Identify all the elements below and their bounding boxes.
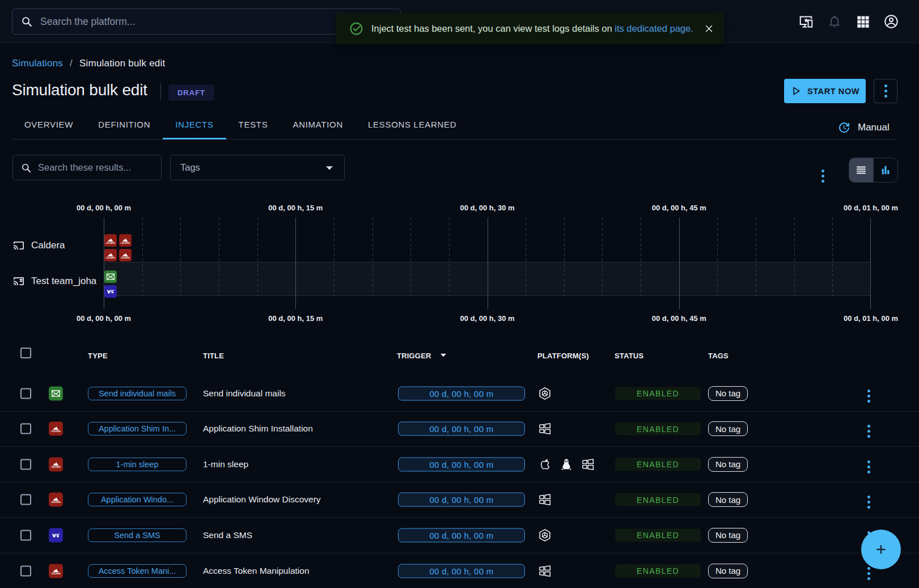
row-checkbox[interactable] xyxy=(20,388,31,399)
tab-injects[interactable]: INJECTS xyxy=(163,111,226,137)
row-checkbox[interactable] xyxy=(20,459,31,469)
caldera-icon xyxy=(105,249,116,261)
trigger-chip: 00 d, 00 h, 00 m xyxy=(398,422,525,436)
row-menu-button[interactable] xyxy=(867,420,870,438)
trigger-chip: 00 d, 00 h, 00 m xyxy=(398,457,525,471)
column-header-status[interactable]: STATUS xyxy=(615,352,643,360)
timeline-gridline-minor xyxy=(142,218,143,296)
row-checkbox[interactable] xyxy=(20,424,31,434)
timeline-tick-label: 00 d, 00 h, 15 m xyxy=(268,314,323,323)
apps-button[interactable] xyxy=(855,14,871,29)
view-mode-toggle xyxy=(849,158,898,183)
trigger-chip: 00 d, 00 h, 00 m xyxy=(398,528,525,542)
status-chip: ENABLED xyxy=(615,528,701,542)
inject-title: 1-min sleep xyxy=(203,459,248,469)
tags-select-label: Tags xyxy=(180,162,323,173)
timeline-gridline-minor xyxy=(334,218,334,296)
inject-row[interactable]: Send individual mails Send individual ma… xyxy=(0,376,919,412)
inject-type-chip: 1-min sleep xyxy=(88,458,187,471)
inject-title: Application Shim Installation xyxy=(203,424,313,434)
linux-icon xyxy=(559,457,574,472)
row-checkbox[interactable] xyxy=(20,530,31,540)
timeline-inject-sms[interactable] xyxy=(104,285,117,298)
inject-type-icon xyxy=(49,386,63,400)
caldera-icon xyxy=(50,458,62,470)
tab-lessons-learned[interactable]: LESSONS LEARNED xyxy=(355,111,469,137)
timeline-row-label-team: Test team_joha xyxy=(12,274,104,288)
kebab-icon xyxy=(821,170,824,183)
timeline-team-injects xyxy=(104,270,117,298)
row-menu-button[interactable] xyxy=(867,490,870,509)
tab-tests[interactable]: TESTS xyxy=(226,111,281,137)
tag-chip: No tag xyxy=(708,421,748,436)
update-mode[interactable]: Manual xyxy=(837,121,890,134)
list-view-button[interactable] xyxy=(849,158,873,182)
toast-link[interactable]: its dedicated page. xyxy=(615,23,693,33)
account-button[interactable] xyxy=(883,14,899,29)
timeline-tick-label: 00 d, 00 h, 45 m xyxy=(652,314,706,323)
platform-icons xyxy=(537,564,552,578)
timeline-gridline-major xyxy=(488,218,488,309)
row-checkbox[interactable] xyxy=(20,565,31,576)
row-menu-button[interactable] xyxy=(867,384,870,403)
column-header-trigger[interactable]: TRIGGER xyxy=(397,352,431,360)
timeline-gridline-minor xyxy=(717,218,718,296)
platform-search-placeholder: Search the platform... xyxy=(40,16,135,28)
column-header-tags[interactable]: TAGS xyxy=(708,352,729,360)
bell-icon xyxy=(827,14,842,29)
column-header-title[interactable]: TITLE xyxy=(203,352,224,360)
timeline-inject-caldera[interactable] xyxy=(119,249,132,261)
column-header-type[interactable]: TYPE xyxy=(88,352,108,360)
inject-row[interactable]: Application Shim In... Application Shim … xyxy=(0,412,919,447)
tag-chip: No tag xyxy=(708,528,748,543)
windows-icon xyxy=(581,457,595,472)
cast-icon xyxy=(12,239,26,252)
tab-animation[interactable]: ANIMATION xyxy=(280,111,355,137)
timeline-gridline-minor xyxy=(641,218,641,296)
results-search-input[interactable]: Search these results... xyxy=(12,155,162,180)
row-menu-button[interactable] xyxy=(867,455,870,473)
tags-select[interactable]: Tags xyxy=(170,155,345,180)
tab-overview[interactable]: OVERVIEW xyxy=(12,111,86,137)
timeline-tick-label: 00 d, 00 h, 15 m xyxy=(268,204,323,212)
internal-platform-icon xyxy=(537,528,552,543)
column-header-platforms[interactable]: PLATFORM(S) xyxy=(537,352,589,360)
filters-menu-button[interactable] xyxy=(821,164,824,183)
breadcrumb-simulations-link[interactable]: Simulations xyxy=(12,58,63,69)
chart-view-button[interactable] xyxy=(873,158,897,182)
trigger-chip: 00 d, 00 h, 00 m xyxy=(398,493,525,507)
sort-desc-icon[interactable] xyxy=(438,349,449,361)
inject-row[interactable]: Send a SMS Send a SMS 00 d, 00 h, 00 m E… xyxy=(0,518,919,553)
close-icon[interactable] xyxy=(704,24,714,33)
kebab-icon xyxy=(867,425,870,438)
inject-row[interactable]: Access Token Mani... Access Token Manipu… xyxy=(0,553,919,588)
new-features-button[interactable] xyxy=(798,14,814,29)
start-now-button[interactable]: START NOW xyxy=(784,79,866,103)
select-all-checkbox[interactable] xyxy=(20,348,31,358)
inject-row[interactable]: 1-min sleep 1-min sleep 00 d, 00 h, 00 m… xyxy=(0,447,919,483)
windows-icon xyxy=(537,564,552,578)
trigger-chip: 00 d, 00 h, 00 m xyxy=(398,386,525,400)
notifications-button[interactable] xyxy=(827,14,842,29)
breadcrumb: Simulations / Simulation bulk edit xyxy=(12,58,165,69)
status-chip: ENABLED xyxy=(615,458,701,471)
timeline-inject-caldera[interactable] xyxy=(104,249,117,261)
timeline-inject-caldera[interactable] xyxy=(104,234,117,247)
status-chip: ENABLED xyxy=(615,387,701,400)
timeline-inject-email[interactable] xyxy=(104,270,117,283)
timeline-gridline-major xyxy=(679,218,680,309)
timeline-gridline-minor xyxy=(526,218,526,296)
toast-message: Inject test has been sent, you can view … xyxy=(371,23,693,34)
simulation-menu-button[interactable] xyxy=(874,79,897,103)
tag-chip: No tag xyxy=(708,457,748,472)
timeline-tick-label: 00 d, 00 h, 30 m xyxy=(460,314,514,323)
inject-row[interactable]: Application Windo... Application Window … xyxy=(0,483,919,518)
account-circle-icon xyxy=(883,13,899,30)
kebab-icon xyxy=(867,460,870,473)
timeline-inject-caldera[interactable] xyxy=(119,234,132,247)
tab-definition[interactable]: DEFINITION xyxy=(86,111,163,137)
row-checkbox[interactable] xyxy=(20,494,31,505)
add-inject-fab[interactable] xyxy=(861,530,901,569)
breadcrumb-separator: / xyxy=(70,58,73,69)
inject-title: Application Window Discovery xyxy=(203,494,321,505)
